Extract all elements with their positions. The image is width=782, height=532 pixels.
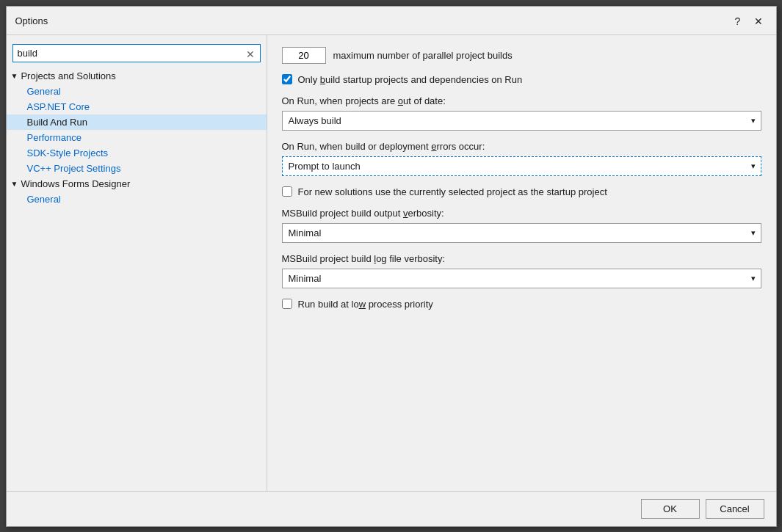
sidebar-item-build-and-run[interactable]: Build And Run xyxy=(7,114,267,130)
sidebar-item-sdk-style[interactable]: SDK-Style Projects xyxy=(7,145,267,161)
dialog-body: ✕ ▼ Projects and Solutions General ASP.N… xyxy=(7,35,776,491)
msbuild-output-select[interactable]: Quiet Minimal Normal Detailed Diagnostic xyxy=(282,223,761,243)
sidebar-item-aspnet-core[interactable]: ASP.NET Core xyxy=(7,99,267,114)
always-build-select[interactable]: Always build Never build Prompt to build xyxy=(282,111,761,131)
tree-group-label-projects-solutions: Projects and Solutions xyxy=(21,70,115,81)
search-clear-button[interactable]: ✕ xyxy=(245,48,256,60)
msbuild-log-dropdown-wrap: Quiet Minimal Normal Detailed Diagnostic… xyxy=(282,269,761,288)
right-panel: maximum number of parallel project build… xyxy=(267,35,776,491)
sidebar-item-general-wfd[interactable]: General xyxy=(7,192,267,207)
sidebar-item-performance[interactable]: Performance xyxy=(7,130,267,145)
tree: ▼ Projects and Solutions General ASP.NET… xyxy=(7,68,267,485)
tree-group-projects-solutions[interactable]: ▼ Projects and Solutions xyxy=(7,68,267,84)
tree-arrow-windows-forms: ▼ xyxy=(11,180,18,188)
options-dialog: Options ? ✕ ✕ ▼ Projects and Solutions G… xyxy=(6,6,777,527)
search-input[interactable] xyxy=(12,44,261,62)
msbuild-log-label: MSBuild project build log file verbosity… xyxy=(282,253,761,264)
parallel-builds-row: maximum number of parallel project build… xyxy=(282,47,761,64)
sidebar-item-general-ps[interactable]: General xyxy=(7,84,267,99)
title-bar-left: Options xyxy=(15,15,48,26)
close-button[interactable]: ✕ xyxy=(750,12,767,30)
msbuild-output-section: MSBuild project build output verbosity: … xyxy=(282,208,761,243)
only-build-row: Only build startup projects and dependen… xyxy=(282,74,761,85)
ok-button[interactable]: OK xyxy=(641,499,700,519)
left-panel: ✕ ▼ Projects and Solutions General ASP.N… xyxy=(7,35,267,491)
help-button[interactable]: ? xyxy=(729,12,747,30)
prompt-launch-select[interactable]: Prompt to launch Always launch Do not la… xyxy=(282,156,761,176)
msbuild-log-select[interactable]: Quiet Minimal Normal Detailed Diagnostic xyxy=(282,269,761,288)
parallel-builds-input[interactable] xyxy=(282,47,326,64)
dialog-footer: OK Cancel xyxy=(7,491,776,526)
only-build-label: Only build startup projects and dependen… xyxy=(298,74,523,85)
errors-section: On Run, when build or deployment errors … xyxy=(282,141,761,176)
out-of-date-label: On Run, when projects are out of date: xyxy=(282,95,761,106)
parallel-builds-label: maximum number of parallel project build… xyxy=(333,50,513,61)
run-low-priority-row: Run build at low process priority xyxy=(282,299,761,310)
run-low-priority-checkbox[interactable] xyxy=(282,299,292,309)
msbuild-log-section: MSBuild project build log file verbosity… xyxy=(282,253,761,288)
errors-label: On Run, when build or deployment errors … xyxy=(282,141,761,152)
tree-group-windows-forms[interactable]: ▼ Windows Forms Designer xyxy=(7,176,267,192)
run-low-priority-label: Run build at low process priority xyxy=(298,299,433,310)
only-build-checkbox[interactable] xyxy=(282,74,292,84)
msbuild-output-label: MSBuild project build output verbosity: xyxy=(282,208,761,219)
search-box-wrap: ✕ xyxy=(7,41,267,68)
dialog-title: Options xyxy=(15,15,48,26)
always-build-dropdown-wrap: Always build Never build Prompt to build… xyxy=(282,111,761,131)
tree-arrow-projects-solutions: ▼ xyxy=(11,72,18,80)
title-bar-right: ? ✕ xyxy=(729,12,767,30)
cancel-button[interactable]: Cancel xyxy=(706,499,764,519)
new-solutions-label: For new solutions use the currently sele… xyxy=(298,186,607,197)
out-of-date-section: On Run, when projects are out of date: A… xyxy=(282,95,761,131)
tree-group-label-windows-forms: Windows Forms Designer xyxy=(21,178,130,189)
title-bar: Options ? ✕ xyxy=(7,7,776,35)
new-solutions-checkbox[interactable] xyxy=(282,186,292,197)
prompt-launch-dropdown-wrap: Prompt to launch Always launch Do not la… xyxy=(282,156,761,176)
msbuild-output-dropdown-wrap: Quiet Minimal Normal Detailed Diagnostic… xyxy=(282,223,761,243)
sidebar-item-vcpp[interactable]: VC++ Project Settings xyxy=(7,161,267,176)
new-solutions-row: For new solutions use the currently sele… xyxy=(282,186,761,197)
